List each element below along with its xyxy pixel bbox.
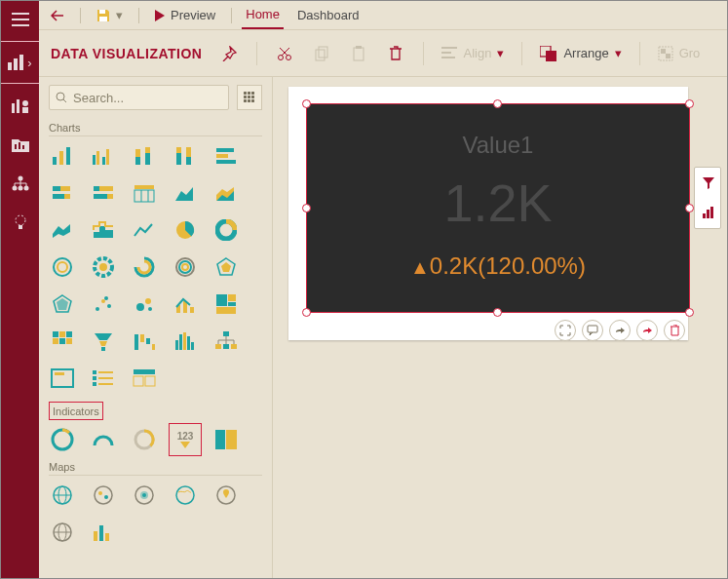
- search-input[interactable]: Search...: [49, 85, 229, 110]
- resize-handle[interactable]: [493, 99, 502, 108]
- resize-handle[interactable]: [302, 308, 311, 317]
- save-icon[interactable]: ▾: [91, 8, 129, 22]
- chart-area-step-icon[interactable]: [90, 216, 117, 244]
- map-basic-icon[interactable]: [49, 482, 76, 509]
- chart-hbar-icon[interactable]: [212, 142, 240, 170]
- chart-table-icon[interactable]: [131, 179, 158, 207]
- chart-bar-100-icon[interactable]: [172, 142, 199, 170]
- rail-lightbulb-icon[interactable]: [10, 212, 31, 233]
- rail-folder-chart-icon[interactable]: [10, 134, 31, 155]
- indicator-gauge-full-icon[interactable]: [49, 426, 76, 453]
- align-dropdown[interactable]: Align ▾: [441, 46, 504, 60]
- pin-icon[interactable]: [219, 44, 239, 63]
- chart-bar-grouped-icon[interactable]: [90, 142, 117, 170]
- paste-icon[interactable]: [349, 44, 368, 63]
- resize-handle[interactable]: [685, 99, 694, 108]
- artboard[interactable]: Value1 1.2K ▲0.2K(120.00%): [288, 87, 688, 340]
- widget-export-icon[interactable]: [636, 320, 658, 341]
- chart-org-icon[interactable]: [212, 328, 240, 355]
- map-bar-icon[interactable]: [90, 519, 117, 546]
- chart-scatter-icon[interactable]: [90, 290, 117, 318]
- chart-line-icon[interactable]: [131, 216, 158, 244]
- svg-rect-110: [101, 347, 105, 351]
- svg-point-144: [98, 491, 102, 495]
- chart-area-stacked-icon[interactable]: [212, 179, 240, 207]
- chart-histogram-icon[interactable]: [172, 328, 199, 355]
- widget-share-icon[interactable]: [609, 320, 631, 341]
- view-grid-toggle[interactable]: [237, 85, 262, 110]
- chart-card-icon[interactable]: [49, 365, 76, 392]
- map-heat-icon[interactable]: [131, 482, 158, 509]
- cut-icon[interactable]: [275, 44, 294, 63]
- tab-home[interactable]: Home: [242, 1, 284, 29]
- svg-rect-61: [216, 154, 228, 158]
- chart-radial-icon[interactable]: [131, 253, 158, 281]
- chart-bubble-icon[interactable]: [131, 290, 158, 318]
- map-choropleth-icon[interactable]: [172, 482, 199, 509]
- number-indicator-widget[interactable]: Value1 1.2K ▲0.2K(120.00%): [306, 103, 690, 313]
- preview-button[interactable]: Preview: [149, 8, 221, 22]
- svg-point-94: [148, 307, 152, 311]
- chart-area-range-icon[interactable]: [49, 216, 76, 244]
- indicator-kpi-icon[interactable]: [212, 426, 240, 453]
- chart-funnel-icon[interactable]: [90, 328, 117, 355]
- chart-waterfall-icon[interactable]: [131, 328, 158, 355]
- svg-marker-108: [95, 333, 112, 340]
- chart-sunburst-icon[interactable]: [90, 253, 117, 281]
- chart-heatmap-icon[interactable]: [49, 328, 76, 355]
- chart-bar-icon[interactable]: [49, 142, 76, 170]
- resize-handle[interactable]: [493, 308, 502, 317]
- chart-kanban-icon[interactable]: [131, 365, 158, 392]
- chart-area-icon[interactable]: [172, 179, 199, 207]
- rail-visualization-icon[interactable]: ›: [6, 48, 35, 77]
- svg-point-93: [145, 298, 151, 304]
- right-tab-filter-icon[interactable]: [699, 174, 718, 193]
- chart-treemap-icon[interactable]: [212, 290, 240, 318]
- svg-rect-0: [12, 13, 29, 15]
- svg-rect-36: [244, 92, 247, 95]
- svg-rect-4: [14, 58, 18, 70]
- chart-hbar-stacked-icon[interactable]: [49, 179, 76, 207]
- svg-rect-114: [152, 344, 155, 350]
- group-dropdown[interactable]: Gro: [658, 46, 701, 61]
- chart-bar-stacked-icon[interactable]: [131, 142, 158, 170]
- chart-donut-icon[interactable]: [212, 216, 240, 244]
- widget-value: 1.2K: [307, 173, 689, 233]
- chart-donut-multi-icon[interactable]: [49, 253, 76, 281]
- chart-radar-icon[interactable]: [212, 253, 240, 281]
- resize-handle[interactable]: [302, 99, 311, 108]
- svg-rect-133: [134, 376, 143, 386]
- resize-handle[interactable]: [685, 308, 694, 317]
- indicator-progress-icon[interactable]: [131, 426, 158, 453]
- rail-hierarchy-icon[interactable]: [10, 173, 31, 194]
- chart-combo-icon[interactable]: [172, 290, 199, 318]
- widget-delete-icon[interactable]: [664, 320, 685, 341]
- right-tab-chart-icon[interactable]: [699, 203, 718, 222]
- widget-comment-icon[interactable]: [582, 320, 603, 341]
- svg-rect-155: [99, 525, 103, 541]
- design-canvas[interactable]: Value1 1.2K ▲0.2K(120.00%): [273, 77, 727, 578]
- widget-fullscreen-icon[interactable]: [555, 320, 576, 341]
- map-pin-icon[interactable]: [212, 482, 240, 509]
- rail-people-chart-icon[interactable]: [10, 95, 31, 116]
- svg-rect-43: [248, 99, 250, 102]
- svg-rect-71: [134, 185, 154, 189]
- back-arrow-icon[interactable]: [45, 10, 70, 21]
- svg-rect-99: [228, 294, 236, 301]
- chart-radar-filled-icon[interactable]: [49, 290, 76, 318]
- tab-dashboard[interactable]: Dashboard: [293, 2, 364, 28]
- chart-list-icon[interactable]: [90, 365, 117, 392]
- hamburger-menu-icon[interactable]: [10, 9, 31, 30]
- chart-pie-icon[interactable]: [172, 216, 199, 244]
- delete-icon[interactable]: [386, 44, 405, 63]
- chart-hbar-100-icon[interactable]: [90, 179, 117, 207]
- arrange-dropdown[interactable]: Arrange ▾: [540, 46, 621, 61]
- map-plain-icon[interactable]: [49, 519, 76, 546]
- map-bubble-icon[interactable]: [90, 482, 117, 509]
- indicator-number-icon[interactable]: 123: [172, 426, 199, 453]
- chart-multi-donut-icon[interactable]: [172, 253, 199, 281]
- svg-rect-130: [93, 382, 96, 386]
- copy-icon[interactable]: [312, 44, 331, 63]
- indicator-gauge-half-icon[interactable]: [90, 426, 117, 453]
- svg-rect-98: [216, 294, 227, 306]
